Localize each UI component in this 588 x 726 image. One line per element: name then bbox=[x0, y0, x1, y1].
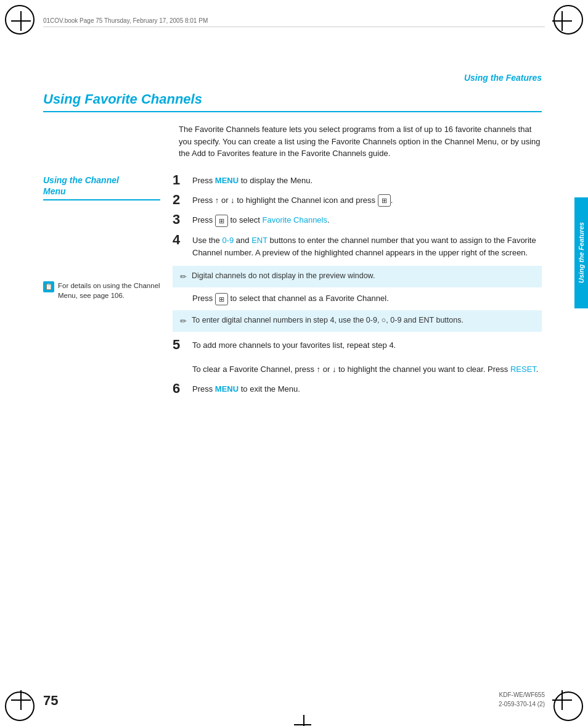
step-4: 4 Use the 0-9 and ENT buttons to enter t… bbox=[173, 234, 542, 258]
page-number: 75 bbox=[43, 693, 58, 709]
note-icon: 📋 bbox=[43, 281, 54, 292]
side-tab-label: Using the Features bbox=[578, 222, 585, 283]
step-2-text: Press ↑ or ↓ to highlight the Channel ic… bbox=[192, 194, 542, 207]
section-label-line2: Menu bbox=[43, 186, 66, 196]
step-5-main: To add more channels to your favorites l… bbox=[192, 340, 396, 350]
file-info: 01COV.book Page 75 Thursday, February 17… bbox=[43, 17, 208, 24]
step-1-number: 1 bbox=[173, 173, 186, 187]
page-header: 01COV.book Page 75 Thursday, February 17… bbox=[43, 17, 545, 27]
menu-keyword-1: MENU bbox=[215, 176, 239, 185]
note-pencil-icon-2: ✏ bbox=[180, 316, 187, 327]
sidebar-note: 📋 For details on using the Channel Menu,… bbox=[43, 281, 160, 300]
steps-area: Using the Channel Menu 📋 For details on … bbox=[43, 175, 542, 403]
sidebar-note-text: For details on using the Channel Menu, s… bbox=[58, 281, 160, 300]
step-4-sub: Press ⊞ to select that channel as a Favo… bbox=[173, 292, 542, 305]
section-header-right: Using the Features bbox=[464, 73, 542, 83]
crosshair-bl bbox=[11, 690, 36, 715]
side-tab: Using the Features bbox=[574, 197, 588, 308]
crosshair-tr bbox=[552, 11, 577, 36]
section-label: Using the Channel Menu bbox=[43, 175, 160, 200]
model-info: KDF-WE/WF655 2-059-370-14 (2) bbox=[499, 690, 545, 709]
btn-icon-3: ⊞ bbox=[215, 215, 228, 228]
main-content: Using Favorite Channels The Favorite Cha… bbox=[43, 91, 542, 403]
step-6-number: 6 bbox=[173, 382, 186, 395]
highlight-ent: ENT bbox=[251, 236, 267, 245]
step-2: 2 Press ↑ or ↓ to highlight the Channel … bbox=[173, 194, 542, 207]
note-box-2: ✏ To enter digital channel numbers in st… bbox=[173, 310, 542, 332]
page-title: Using Favorite Channels bbox=[43, 91, 542, 112]
note-pencil-icon-1: ✏ bbox=[180, 271, 187, 283]
note-1-text: Digital channels do not display in the p… bbox=[192, 271, 375, 282]
crosshair-tl bbox=[11, 11, 36, 36]
step-5-text: To add more channels to your favorites l… bbox=[192, 339, 542, 376]
fav-channel-sub: Favorite Channel bbox=[325, 294, 386, 303]
step-5-number: 5 bbox=[173, 338, 186, 352]
note-2-text: To enter digital channel numbers in step… bbox=[192, 315, 463, 326]
crosshair-br bbox=[552, 690, 577, 715]
step-6-text: Press MENU to exit the Menu. bbox=[192, 383, 542, 395]
steps-list: 1 Press MENU to display the Menu. 2 Pres… bbox=[173, 175, 542, 403]
step-1-text: Press MENU to display the Menu. bbox=[192, 175, 542, 187]
btn-icon-2: ⊞ bbox=[378, 194, 391, 207]
note-box-1: ✏ Digital channels do not display in the… bbox=[173, 266, 542, 287]
step-4-text: Use the 0-9 and ENT buttons to enter the… bbox=[192, 234, 542, 258]
left-sidebar: Using the Channel Menu 📋 For details on … bbox=[43, 175, 173, 403]
btn-icon-sub: ⊞ bbox=[215, 293, 228, 306]
reset-keyword: RESET bbox=[510, 365, 536, 374]
step-1: 1 Press MENU to display the Menu. bbox=[173, 175, 542, 187]
fav-channel-3: Favorite Channels bbox=[262, 215, 327, 225]
page-footer: 75 KDF-WE/WF655 2-059-370-14 (2) bbox=[43, 690, 545, 709]
section-label-line1: Using the Channel bbox=[43, 175, 119, 185]
step-5: 5 To add more channels to your favorites… bbox=[173, 339, 542, 376]
step-5-sub: To clear a Favorite Channel, press ↑ or … bbox=[192, 365, 538, 374]
step-3-text: Press ⊞ to select Favorite Channels. bbox=[192, 214, 542, 227]
intro-text: The Favorite Channels feature lets you s… bbox=[179, 123, 542, 160]
step-6: 6 Press MENU to exit the Menu. bbox=[173, 383, 542, 395]
menu-keyword-6: MENU bbox=[215, 384, 239, 394]
step-3: 3 Press ⊞ to select Favorite Channels. bbox=[173, 214, 542, 227]
model-name: KDF-WE/WF655 bbox=[499, 690, 545, 699]
part-number: 2-059-370-14 (2) bbox=[499, 699, 545, 709]
step-4-number: 4 bbox=[173, 233, 186, 247]
step-2-number: 2 bbox=[173, 193, 186, 207]
step-3-number: 3 bbox=[173, 213, 186, 226]
highlight-09: 0-9 bbox=[222, 236, 234, 245]
